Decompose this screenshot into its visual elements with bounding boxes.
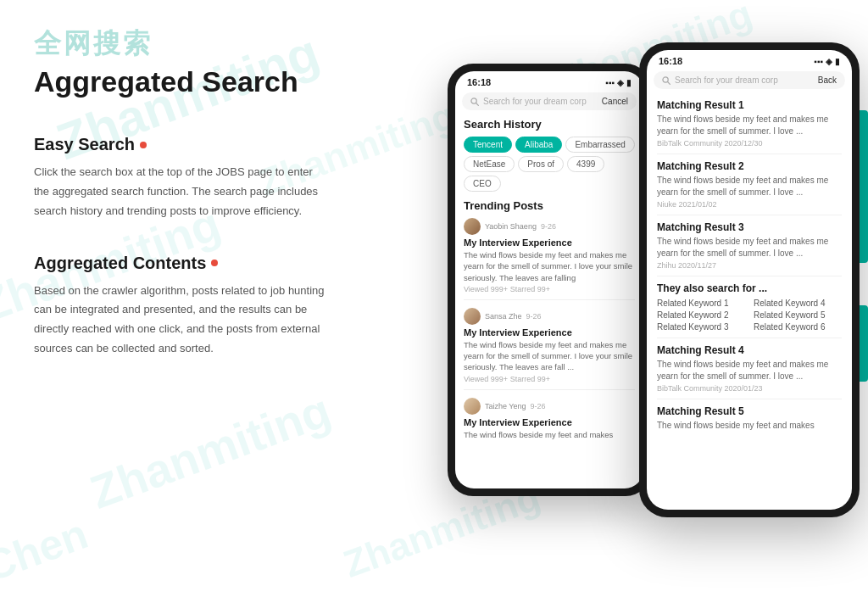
- search-placeholder-left: Search for your dream corp: [483, 97, 598, 106]
- left-section: 全网搜索 Aggregated Search Easy Search Click…: [34, 25, 331, 359]
- tag-prosof[interactable]: Pros of: [518, 156, 564, 172]
- wifi-icon: ◈: [617, 78, 624, 87]
- history-tags: Tencent Alibaba Embarrassed NetEase Pros…: [464, 137, 635, 192]
- status-bar-left: 16:18 ▪▪▪ ◈ ▮: [455, 71, 643, 90]
- search-placeholder-right: Search for your dream corp: [675, 75, 814, 85]
- easy-search-text: Click the search box at the top of the J…: [34, 163, 331, 220]
- main-title: Aggregated Search: [34, 66, 331, 98]
- back-button[interactable]: Back: [818, 75, 837, 85]
- keyword-2[interactable]: Related Keyword 2: [657, 310, 745, 320]
- phone-right-screen: 16:18 ▪▪▪ ◈ ▮ Search for your dream corp…: [647, 50, 852, 510]
- result-meta-0: BibTalk Community 2020/12/30: [657, 139, 842, 148]
- keyword-1[interactable]: Related Keyword 4: [754, 299, 842, 308]
- tag-ceo[interactable]: CEO: [464, 176, 501, 192]
- tag-alibaba[interactable]: Alibaba: [515, 137, 562, 153]
- time-left: 16:18: [467, 77, 491, 87]
- result-meta-2: Zhihu 2020/11/27: [657, 261, 842, 270]
- watermark-4: Chen: [0, 509, 94, 591]
- author-name-1: Sansa Zhe: [485, 312, 522, 321]
- time-right: 16:18: [659, 56, 682, 66]
- post-author-1: Sansa Zhe 9-26: [464, 308, 635, 325]
- chinese-title: 全网搜索: [34, 25, 331, 63]
- wifi-icon-r: ◈: [826, 57, 832, 66]
- post-title-1: My Interview Experience: [464, 327, 635, 338]
- author-date-2: 9-26: [531, 402, 546, 410]
- post-author-2: Taizhe Yeng 9-26: [464, 398, 635, 415]
- battery-icon-r: ▮: [835, 57, 840, 66]
- result-item-1[interactable]: Matching Result 2 The wind flows beside …: [657, 154, 842, 215]
- author-name-0: Yaobin Shaeng: [485, 222, 537, 231]
- result-title-2: Matching Result 3: [657, 221, 842, 233]
- author-name-2: Taizhe Yeng: [485, 402, 526, 410]
- result-meta-4: BibTalk Community 2020/01/23: [657, 384, 842, 393]
- tag-embarrassed[interactable]: Embarrassed: [565, 137, 634, 153]
- svg-line-3: [668, 81, 670, 84]
- result-title-0: Matching Result 1: [657, 99, 842, 111]
- status-bar-right: 16:18 ▪▪▪ ◈ ▮: [647, 50, 852, 69]
- phone-left-screen: 16:18 ▪▪▪ ◈ ▮ Search for your dream corp…: [455, 71, 643, 488]
- post-title-0: My Interview Experience: [464, 237, 635, 248]
- post-text-0: The wind flows beside my feet and makes …: [464, 249, 635, 283]
- phones-container: 16:18 ▪▪▪ ◈ ▮ Search for your dream corp…: [448, 42, 860, 517]
- result-text-0: The wind flows beside my feet and makes …: [657, 114, 842, 137]
- search-icon-left: [470, 98, 479, 106]
- result-title-4: Matching Result 4: [657, 344, 842, 356]
- cancel-button-left[interactable]: Cancel: [602, 97, 628, 106]
- result-text-4: The wind flows beside my feet and makes …: [657, 359, 842, 382]
- avatar-1: [464, 308, 481, 325]
- post-stats-1: Viewed 999+ Starred 99+: [464, 375, 635, 383]
- keyword-0[interactable]: Related Keyword 1: [657, 299, 745, 308]
- search-bar-left[interactable]: Search for your dream corp Cancel: [462, 92, 637, 110]
- keyword-5[interactable]: Related Keyword 6: [754, 322, 842, 332]
- aggregated-contents-text: Based on the crawler algorithm, posts re…: [34, 282, 331, 359]
- result-title-5: Matching Result 5: [657, 405, 842, 417]
- aggregated-contents-heading: Aggregated Contents: [34, 254, 331, 273]
- status-icons-right: ▪▪▪ ◈ ▮: [814, 57, 840, 66]
- post-stats-0: Viewed 999+ Starred 99+: [464, 285, 635, 293]
- tag-4399[interactable]: 4399: [567, 156, 604, 172]
- post-author-0: Yaobin Shaeng 9-26: [464, 218, 635, 235]
- battery-icon: ▮: [626, 78, 632, 87]
- search-icon-right: [662, 76, 670, 85]
- author-date-1: 9-26: [526, 312, 542, 321]
- result-meta-1: Niuke 2021/01/02: [657, 200, 842, 209]
- result-item-0[interactable]: Matching Result 1 The wind flows beside …: [657, 93, 842, 154]
- result-item-4[interactable]: Matching Result 4 The wind flows beside …: [657, 338, 842, 399]
- status-icons-left: ▪▪▪ ◈ ▮: [605, 78, 632, 87]
- post-text-2: The wind flows beside my feet and makes: [464, 429, 635, 440]
- tag-tencent[interactable]: Tencent: [464, 137, 512, 153]
- watermark-3: Zhanmiting: [83, 382, 337, 520]
- post-item-1: Sansa Zhe 9-26 My Interview Experience T…: [464, 308, 635, 390]
- tag-netease[interactable]: NetEase: [464, 156, 515, 172]
- result-text-5: The wind flows beside my feet and makes: [657, 420, 842, 432]
- keyword-4[interactable]: Related Keyword 3: [657, 322, 745, 332]
- author-date-0: 9-26: [541, 222, 556, 231]
- also-search-title: They also search for ...: [657, 282, 842, 294]
- post-text-1: The wind flows beside my feet and makes …: [464, 339, 635, 373]
- also-search-section: They also search for ... Related Keyword…: [657, 276, 842, 338]
- result-item-2[interactable]: Matching Result 3 The wind flows beside …: [657, 215, 842, 276]
- search-bar-right[interactable]: Search for your dream corp Back: [654, 71, 845, 89]
- svg-line-1: [476, 103, 479, 105]
- keywords-grid: Related Keyword 1 Related Keyword 4 Rela…: [657, 299, 842, 332]
- post-item-0: Yaobin Shaeng 9-26 My Interview Experien…: [464, 218, 635, 300]
- result-item-5[interactable]: Matching Result 5 The wind flows beside …: [657, 399, 842, 438]
- trending-label: Trending Posts: [464, 199, 635, 212]
- avatar-2: [464, 398, 481, 415]
- search-history-label: Search History: [464, 118, 635, 131]
- result-title-1: Matching Result 2: [657, 160, 842, 172]
- keyword-3[interactable]: Related Keyword 5: [754, 310, 842, 320]
- result-text-1: The wind flows beside my feet and makes …: [657, 175, 842, 198]
- post-item-2: Taizhe Yeng 9-26 My Interview Experience…: [464, 398, 635, 440]
- signal-icon-r: ▪▪▪: [814, 57, 823, 66]
- avatar-0: [464, 218, 481, 235]
- result-text-2: The wind flows beside my feet and makes …: [657, 236, 842, 260]
- easy-search-heading: Easy Search: [34, 135, 331, 154]
- phone-left-content: Search History Tencent Alibaba Embarrass…: [455, 114, 643, 488]
- phone-right: 16:18 ▪▪▪ ◈ ▮ Search for your dream corp…: [639, 42, 860, 517]
- results-list: Matching Result 1 The wind flows beside …: [647, 93, 852, 510]
- post-title-2: My Interview Experience: [464, 417, 635, 427]
- phone-left: 16:18 ▪▪▪ ◈ ▮ Search for your dream corp…: [448, 64, 651, 496]
- signal-icon: ▪▪▪: [605, 78, 615, 87]
